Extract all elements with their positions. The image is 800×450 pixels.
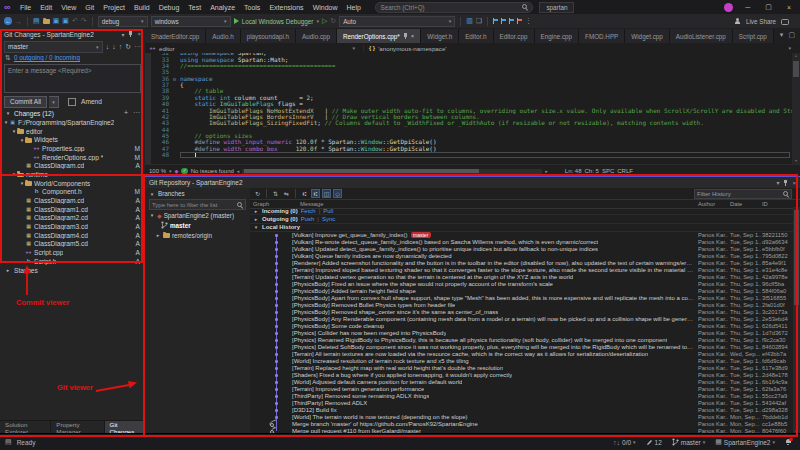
commit-row[interactable]: [PhysicsBody] Any Renderable component (… (250, 316, 793, 323)
tab-widget-cpp[interactable]: Widget.cpp (625, 29, 670, 43)
changes-tree-row[interactable]: ▾Widgets (0, 135, 145, 144)
member-dropdown[interactable]: { } 'anonymous-namespace' ▾ (364, 45, 800, 52)
changes-tree-row[interactable]: ▾▣F:/Programming/SpartanEngine2 (0, 118, 145, 127)
pull-link[interactable]: Pull (323, 208, 333, 214)
changes-tree-row[interactable]: ▦ClassDiagram.cdA (0, 196, 145, 205)
outgoing-row[interactable]: ▸ Outgoing (0) Push | Sync (250, 215, 793, 223)
commit-row[interactable]: [ThirdParty] Removed some remaining ADLX… (250, 393, 793, 400)
changes-tree-row[interactable]: ▾editor (0, 127, 145, 136)
changes-tree-row[interactable]: ▦ClassDiagram2.cdA (0, 214, 145, 223)
search-input[interactable]: Search (Ctrl+Q) (375, 2, 533, 13)
panel-menu-icon[interactable]: ▾ (776, 179, 779, 186)
amend-checkbox[interactable] (68, 98, 76, 106)
changes-tree-row[interactable]: ++RenderOptions.cpp *M (0, 153, 145, 162)
horizontal-scrollbar[interactable] (242, 169, 542, 174)
menu-window[interactable]: Window (308, 4, 342, 11)
menu-git[interactable]: Git (81, 4, 99, 11)
save-all-icon[interactable]: ▣ (62, 17, 69, 25)
commit-row[interactable]: [Terrain] Replaced height map with real … (250, 365, 793, 372)
toolbar-overflow-icon[interactable]: ⋮ (525, 17, 532, 25)
tab-audio-h[interactable]: Audio.h (206, 29, 240, 43)
platform-dropdown[interactable]: windows▾ (151, 16, 231, 27)
tab-script-cpp[interactable]: Script.cpp (733, 29, 774, 43)
panel-menu-icon[interactable]: ▾ (121, 31, 124, 38)
zoom-dropdown-icon[interactable]: ▾ (169, 168, 172, 174)
tab-engine-cpp[interactable]: Engine.cpp (535, 29, 580, 43)
bookmark-icon-1[interactable] (493, 18, 498, 24)
tab-list-icon[interactable]: ▾ (780, 31, 784, 39)
tab-fmod-hpp[interactable]: FMOD.HPP (579, 29, 625, 43)
current-branch[interactable]: master ▾ (672, 438, 705, 446)
code-editor[interactable]: 32using namespace Spartan;33using namesp… (145, 53, 800, 164)
commit-row[interactable]: [Terrain] Updated vertex generation so t… (250, 274, 793, 281)
column-id[interactable]: ID (762, 201, 768, 207)
commit-row[interactable]: [World] Adjusted default camera position… (250, 379, 793, 386)
live-share-button[interactable]: Live Share (746, 18, 776, 25)
compare-icon[interactable]: ⇅ (271, 189, 280, 198)
tab-editor-cpp[interactable]: Editor.cpp (494, 29, 535, 43)
column-author[interactable]: Author (698, 201, 715, 207)
tab-renderoptions-cpp-[interactable]: RenderOptions.cpp*× (337, 29, 421, 43)
new-project-icon[interactable]: ▤ (33, 17, 40, 25)
commit-row[interactable]: [World] The terrain world is now texture… (250, 414, 793, 421)
bookmark-icon-3[interactable] (509, 18, 514, 24)
commit-row[interactable]: [Vulkan] Re-wrote detect_queue_family_in… (250, 239, 793, 246)
history-filter-input[interactable]: Filter History (694, 189, 792, 199)
commit-row[interactable]: [PhysicsBody] Some code cleanupPanos Kar… (250, 323, 793, 330)
hscroll-left-icon[interactable]: ◂ (237, 168, 240, 174)
commit-row[interactable]: [Terrain] All terrain textures are now l… (250, 351, 793, 358)
changes-tree-row[interactable]: ▾runtime (0, 170, 145, 179)
commit-row[interactable]: [ThirdParty] Removed ADLXPanos Kar...Tue… (250, 400, 793, 407)
diff-icon[interactable]: ⇆ (282, 189, 291, 198)
feedback-icon[interactable] (781, 19, 788, 24)
float-window-icon[interactable]: ▢ (788, 31, 795, 39)
auto-dropdown[interactable]: Auto▾ (339, 16, 455, 27)
save-icon[interactable]: ▣ (53, 17, 60, 25)
menu-help[interactable]: Help (342, 4, 365, 11)
more-actions-icon[interactable]: ⋯ (134, 43, 141, 51)
show-authors-icon[interactable]: ◫ (322, 189, 331, 198)
stashes-node[interactable]: ▸ Stashes (0, 266, 145, 275)
hot-reload-icon[interactable]: ↻ (330, 17, 336, 25)
repo-node[interactable]: ▾ ◆ SpartanEngine2 (master) (145, 210, 250, 220)
local-history-row[interactable]: ▾ Local History (250, 224, 793, 232)
zoom-level[interactable]: 100 % (149, 168, 166, 174)
pin-icon[interactable] (128, 31, 133, 37)
tab-shadereditor-cpp[interactable]: ShaderEditor.cpp (145, 29, 206, 43)
show-tags-icon[interactable]: ◇ (333, 189, 342, 198)
commit-row[interactable]: [Vulkan] Queue family indices are now dy… (250, 253, 793, 260)
open-folder-icon[interactable] (43, 19, 50, 24)
tab-audiolistener-cpp[interactable]: AudioListener.cpp (670, 29, 733, 43)
commit-row[interactable]: [Vulkan] Updated detect_queue_family_ind… (250, 246, 793, 253)
hscroll-right-icon[interactable]: ▸ (545, 168, 548, 174)
commit-row[interactable]: [Shaders] Fixed a bug where if you appli… (250, 372, 793, 379)
maximize-button[interactable]: ▢ (762, 3, 775, 11)
commit-row[interactable]: [World] Increased resolution of terrain … (250, 358, 793, 365)
tab-editor-h[interactable]: Editor.h (459, 29, 493, 43)
close-icon[interactable]: × (792, 180, 796, 186)
tab-playsoundapi-h[interactable]: playsoundapi.h (241, 29, 296, 43)
fetch-icon[interactable]: ↓ (106, 43, 110, 50)
commit-row[interactable]: [Physics] Renamed RigidBody to PhysicsBo… (250, 337, 793, 344)
history-scrollbar[interactable]: ▾ (793, 207, 800, 434)
column-message[interactable]: Message (300, 201, 324, 207)
menu-analyze[interactable]: Analyze (206, 4, 240, 11)
pull-icon[interactable]: ↓ (112, 43, 116, 50)
branches-expander-icon[interactable]: ▾ (149, 191, 155, 197)
push-link[interactable]: Push (301, 216, 315, 222)
changes-tree-row[interactable]: ▦ClassDiagram1.cdA (0, 205, 145, 214)
changes-tree-row[interactable]: ++Script.cppA (0, 248, 145, 257)
debugger-label[interactable]: Local Windows Debugger (242, 18, 314, 25)
commit-row[interactable]: [Renderer] Added screenshot functionalit… (250, 260, 793, 267)
sync-icon[interactable]: ↻ (125, 43, 131, 51)
commit-row[interactable]: [Vulkan] Improve get_queue_family_index(… (250, 232, 793, 239)
sync-status[interactable]: ↑↓ 0/0 ▾ (613, 439, 636, 446)
menu-debug[interactable]: Debug (154, 4, 184, 11)
push-icon[interactable]: ↑ (119, 43, 123, 50)
configuration-dropdown[interactable]: debug▾ (98, 16, 148, 27)
changes-tree-row[interactable]: ▾World/Components (0, 179, 145, 188)
stage-all-icon[interactable]: + (124, 109, 128, 117)
commit-row[interactable]: [Terrain] Improved sloped based texturin… (250, 267, 793, 274)
close-button[interactable]: × (784, 4, 794, 11)
pin-icon[interactable] (403, 33, 408, 39)
